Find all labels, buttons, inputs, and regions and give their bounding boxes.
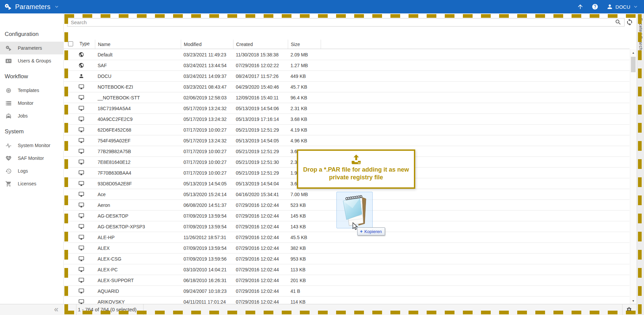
drag-tooltip-label: Kopieren xyxy=(364,229,382,234)
sidebar-section-label: System xyxy=(0,122,63,139)
cell-modified: 06/08/2020 14:51:37 xyxy=(181,203,233,208)
table-row[interactable]: ALEX-PC03/10/2010 14:04:2107/29/2016 12:… xyxy=(64,264,630,275)
table-row[interactable]: ALEX-CSG07/09/2019 13:59:5607/29/2016 12… xyxy=(64,254,630,264)
sidebar-item-system-monitor[interactable]: System Monitor xyxy=(0,139,63,152)
cell-created: 07/29/2016 12:02:44 xyxy=(233,278,288,283)
column-header-name[interactable]: Name xyxy=(95,40,181,49)
workstation-icon xyxy=(78,170,84,176)
sidebar-item-label: Users & Groups xyxy=(18,58,51,63)
sidebar-item-templates[interactable]: Templates xyxy=(0,84,63,97)
sidebar-item-licenses[interactable]: Licenses xyxy=(0,177,63,190)
cell-name: Aeron xyxy=(95,203,181,208)
cell-modified: 05/17/2019 13:24:32 xyxy=(181,106,233,111)
scroll-thumb[interactable] xyxy=(631,57,636,72)
table-row[interactable]: 754F495A02EF05/17/2019 13:24:3205/13/201… xyxy=(64,135,630,146)
sidebar-item-users-groups[interactable]: Users & Groups xyxy=(0,54,63,67)
table-row[interactable]: ALEX-SUPPORT06/18/2010 16:26:3107/29/201… xyxy=(64,275,630,286)
column-header-type[interactable]: Type xyxy=(79,41,90,46)
sidebar-item-jobs[interactable]: Jobs xyxy=(0,109,63,122)
app-window: Parameters DOCU Config xyxy=(0,0,644,315)
table-scrollbar[interactable]: ▴ ▾ xyxy=(630,49,636,304)
scroll-up-button[interactable]: ▴ xyxy=(630,49,636,56)
table-row[interactable]: ARIKOVSKY04/11/2011 17:01:2407/29/2016 1… xyxy=(64,297,630,304)
user-name: DOCU xyxy=(615,4,630,10)
table-row[interactable]: Default03/23/2021 11:49:2311/30/2018 15:… xyxy=(64,49,630,60)
cell-name: 77B29B82A75B xyxy=(95,149,181,154)
search-input[interactable] xyxy=(67,18,625,27)
faceted-search-label: Faceted Search xyxy=(638,18,643,50)
cell-size: 1.27 MB xyxy=(288,63,321,68)
table-row[interactable]: DOCU03/24/2021 14:09:3708/24/2017 11:57:… xyxy=(64,71,630,82)
cell-modified: 07/17/2019 10:00:27 xyxy=(181,149,233,154)
sidebar-item-label: Monitor xyxy=(18,100,34,106)
table-row[interactable]: NOTEBOOK-EZI03/23/2021 08:43:4704/29/202… xyxy=(64,82,630,92)
cell-created: 07/29/2016 12:02:44 xyxy=(233,245,288,251)
search-icon[interactable] xyxy=(615,19,622,26)
sidebar: ConfigurationParametersUsers & GroupsWor… xyxy=(0,13,64,304)
cell-created: 05/21/2019 12:51:30 xyxy=(233,160,288,165)
sidebar-item-monitor[interactable]: Monitor xyxy=(0,97,63,109)
table-row[interactable]: AQUARID09/24/2007 10:18:2307/29/2016 12:… xyxy=(64,286,630,297)
sidebar-collapse-button[interactable]: « xyxy=(0,304,64,315)
workstation-icon xyxy=(78,116,84,122)
cell-modified: 03/24/2021 13:44:54 xyxy=(181,63,233,68)
cell-created: 07/29/2016 12:02:44 xyxy=(233,213,288,219)
status-separator xyxy=(143,304,144,315)
cell-name: ALEX-CSG xyxy=(95,256,181,262)
user-icon xyxy=(78,73,84,79)
cell-size: 7.00 MB xyxy=(288,192,321,197)
faceted-search-panel-tab[interactable]: Faceted Search xyxy=(637,13,644,315)
workstation-icon xyxy=(78,181,84,186)
drag-copy-tooltip: + Kopieren xyxy=(357,227,385,235)
drop-hint-line2: private registry file xyxy=(303,174,409,181)
cell-name: ALEX-PC xyxy=(95,267,181,272)
cell-created: 05/13/2019 14:54:04 xyxy=(233,181,288,186)
table-row[interactable]: 18C71994A5A405/17/2019 13:24:3205/13/201… xyxy=(64,103,630,114)
cell-modified: 03/24/2021 14:09:37 xyxy=(181,74,233,79)
cell-created: 07/29/2016 12:02:44 xyxy=(233,288,288,294)
workstation-icon xyxy=(78,191,84,197)
column-header-created[interactable]: Created xyxy=(233,40,288,49)
sidebar-item-label: Templates xyxy=(18,88,39,93)
table-row[interactable]: 40A9CC2FE2C905/17/2019 13:24:3205/13/201… xyxy=(64,114,630,125)
cell-created: 12/09/2016 15:40:11 xyxy=(233,95,288,100)
column-header-modified[interactable]: Modified xyxy=(181,40,233,49)
table-row[interactable]: ALE-HP11/26/2012 18:57:3107/29/2016 12:0… xyxy=(64,232,630,243)
cell-modified: 04/11/2011 17:01:24 xyxy=(181,299,233,304)
app-menu-button[interactable]: Parameters xyxy=(0,3,60,11)
user-menu[interactable]: DOCU xyxy=(606,3,639,10)
column-header-size[interactable]: Size xyxy=(288,40,321,49)
table-row[interactable]: SAF03/24/2021 13:44:5407/29/2016 12:02:2… xyxy=(64,60,630,71)
cell-size: 45.5 KB xyxy=(288,235,321,240)
refresh-icon[interactable] xyxy=(626,18,633,26)
cell-created: 07/29/2016 12:02:44 xyxy=(233,235,288,240)
sidebar-sections: ConfigurationParametersUsers & GroupsWor… xyxy=(0,25,63,190)
table-row[interactable]: 62D6FE452C6807/17/2019 10:00:2705/21/201… xyxy=(64,125,630,135)
cell-modified: 07/17/2019 10:00:27 xyxy=(181,170,233,176)
gear-icon[interactable] xyxy=(626,307,632,312)
help-icon[interactable] xyxy=(592,3,598,10)
cell-size: 953 KB xyxy=(288,256,321,262)
table-row[interactable]: __NOTEBOOK-STT02/06/2019 12:58:0312/09/2… xyxy=(64,92,630,103)
cell-name: __NOTEBOOK-STT xyxy=(95,95,181,100)
pulse-icon xyxy=(5,142,12,149)
cell-size: 449 KB xyxy=(288,74,321,79)
table-header: Type Name Modified Created Size xyxy=(64,40,630,49)
cell-created: 04/16/2020 15:34:41 xyxy=(233,192,288,197)
cell-created: 05/21/2019 12:51:29 xyxy=(233,127,288,133)
sidebar-item-logs[interactable]: Logs xyxy=(0,165,63,177)
cell-name: AG-DESKTOP xyxy=(95,213,181,219)
cell-modified: 07/09/2019 13:59:54 xyxy=(181,224,233,229)
cell-size: 41 B xyxy=(288,288,321,294)
sidebar-item-saf-monitor[interactable]: SAF Monitor xyxy=(0,152,63,165)
workstation-icon xyxy=(78,224,84,229)
drop-hint-box: Drop a *.PAR file for adding it as new p… xyxy=(297,149,415,189)
workstation-icon xyxy=(78,277,84,283)
table-row[interactable]: ALEX07/09/2019 13:59:5407/29/2016 12:02:… xyxy=(64,243,630,254)
cell-name: ALEX-SUPPORT xyxy=(95,278,181,283)
sidebar-item-parameters[interactable]: Parameters xyxy=(0,42,63,54)
select-all-checkbox[interactable] xyxy=(68,41,73,46)
upload-arrow-icon[interactable] xyxy=(577,3,584,10)
scroll-down-button[interactable]: ▾ xyxy=(630,298,636,304)
sidebar-item-label: Licenses xyxy=(18,181,36,186)
